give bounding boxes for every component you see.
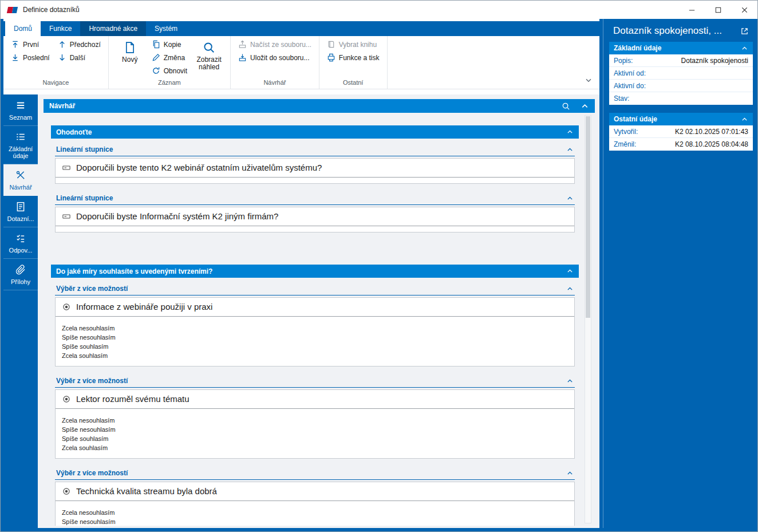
previous-record-button[interactable]: Předchozí (55, 39, 104, 50)
ribbon: První Poslední Předchozí (3, 36, 599, 89)
chevron-up-icon[interactable] (566, 146, 574, 153)
question-block: Lineární stupnice Doporučili byste Infor… (55, 192, 575, 232)
chevron-up-icon[interactable] (566, 267, 574, 275)
ribbon-group-zaznam: Nový Kopie Změna (109, 36, 231, 89)
question-type-label: Lineární stupnice (56, 145, 113, 153)
other-data-header[interactable]: Ostatní údaje (609, 113, 753, 125)
question-section-header[interactable]: Ohodnoťte (51, 125, 579, 139)
sidebar-item-prilohy[interactable]: Přílohy (3, 259, 38, 290)
scrollbar-thumb[interactable] (586, 116, 590, 318)
question-card[interactable]: Doporučili byste tento K2 webinář ostatn… (55, 158, 575, 184)
sidebar-item-dotaznik[interactable]: Dotazní... (3, 196, 38, 227)
question-text: Doporučili byste tento K2 webinář ostatn… (76, 163, 322, 172)
arrow-down-bar-icon (11, 53, 19, 62)
field-value: K2 08.10.2025 08:04:48 (675, 140, 748, 148)
question-text: Technická kvalita streamu byla dobrá (76, 486, 217, 496)
question-card[interactable]: Technická kvalita streamu byla dobrá Zce… (55, 482, 575, 526)
chevron-up-icon[interactable] (741, 45, 748, 52)
question-section-header[interactable]: Do jaké míry souhlasíte s uvedenými tvrz… (51, 265, 579, 278)
tab-system[interactable]: Systém (146, 21, 186, 36)
search-icon[interactable] (562, 102, 570, 111)
chevron-up-icon[interactable] (741, 116, 748, 123)
question-type-header[interactable]: Lineární stupnice (55, 143, 575, 156)
sidebar-item-navrhar[interactable]: Návrhář (3, 164, 38, 196)
close-button[interactable] (731, 1, 757, 19)
chevron-up-icon[interactable] (566, 377, 574, 385)
question-card[interactable]: Lektor rozuměl svému tématu Zcela nesouh… (55, 389, 575, 459)
designer-canvas: Ohodnoťte Lineární stupnice (44, 113, 595, 526)
functions-print-label: Funkce a tisk (339, 54, 380, 62)
designer-tools-icon (15, 170, 26, 180)
sidebar-item-odpovedi[interactable]: Odpov... (3, 227, 38, 259)
refresh-icon (152, 66, 160, 75)
chevron-up-icon[interactable] (566, 470, 574, 477)
tab-funkce[interactable]: Funkce (41, 21, 80, 36)
question-type-header[interactable]: Výběr z více možností (55, 282, 575, 295)
question-type-label: Lineární stupnice (56, 194, 113, 202)
detail-panel: Dotazník spokojenosti, ... Základní údaj… (607, 19, 755, 528)
field-value: Dotazník spokojenosti (681, 57, 748, 65)
show-preview-button[interactable]: Zobrazit náhled (192, 39, 226, 71)
question-type-label: Výběr z více možností (56, 377, 128, 385)
sidebar-item-seznam[interactable]: Seznam (3, 94, 38, 126)
chevron-up-icon[interactable] (581, 102, 589, 111)
chevron-up-icon[interactable] (566, 195, 574, 202)
workspace: Seznam Základní údaje Návrhář Dotazní... (3, 94, 599, 528)
field-row-zmenil[interactable]: Změnil: K2 08.10.2025 08:04:48 (609, 138, 753, 151)
chevron-up-icon[interactable] (566, 285, 574, 293)
app-icon (7, 6, 18, 14)
field-row-aktivni-od[interactable]: Aktivní od: (609, 67, 753, 80)
new-record-button[interactable]: Nový (113, 39, 147, 64)
question-card[interactable]: Doporučili byste Informační systém K2 ji… (55, 207, 575, 232)
other-data-box: Vytvořil: K2 02.10.2025 07:01:43 Změnil:… (609, 125, 753, 151)
previous-record-label: Předchozí (70, 41, 101, 49)
field-row-vytvoril[interactable]: Vytvořil: K2 02.10.2025 07:01:43 (609, 125, 753, 138)
sidebar-item-label: Základní údaje (5, 145, 37, 159)
question-type-header[interactable]: Výběr z více možností (55, 375, 575, 388)
field-row-popis[interactable]: Popis: Dotazník spokojenosti (609, 54, 753, 67)
next-record-label: Další (70, 54, 85, 62)
functions-print-button[interactable]: Funkce a tisk (324, 52, 382, 63)
minimize-button[interactable] (678, 1, 705, 19)
panel-divider[interactable] (599, 19, 607, 528)
question-type-header[interactable]: Výběr z více možností (55, 467, 575, 480)
sidebar-item-zakladni-udaje[interactable]: Základní údaje (3, 126, 38, 164)
vertical-scrollbar[interactable] (585, 115, 591, 523)
arrow-up-icon (58, 40, 66, 49)
document-icon (124, 41, 136, 54)
new-record-label: Nový (122, 56, 137, 64)
copy-button[interactable]: Kopie (149, 39, 190, 50)
open-in-window-icon[interactable] (740, 27, 749, 36)
left-column: Domů Funkce Hromadné akce Systém První (3, 19, 599, 528)
last-record-button[interactable]: Poslední (8, 52, 53, 63)
save-to-file-button[interactable]: Uložit do souboru... (235, 52, 314, 63)
change-button[interactable]: Změna (149, 52, 190, 63)
list-icon (15, 100, 26, 111)
question-card[interactable]: Informace z webináře použiji v praxi Zce… (55, 297, 575, 367)
book-icon (327, 40, 335, 49)
window-title: Definice dotazníků (23, 6, 80, 14)
arrow-up-bar-icon (11, 40, 19, 49)
ribbon-collapse-chevron-icon[interactable] (585, 76, 593, 84)
chevron-up-icon[interactable] (566, 128, 574, 136)
field-label: Popis: (614, 57, 633, 65)
save-to-file-label: Uložit do souboru... (250, 54, 309, 62)
ribbon-group-ostatni: Vybrat knihu Funkce a tisk Ostatní (319, 36, 388, 89)
field-label: Stav: (614, 94, 629, 103)
designer-panel: Návrhář Ohodnoťte (38, 94, 599, 528)
field-row-aktivni-do[interactable]: Aktivní do: (609, 80, 753, 92)
answer-option: Zcela nesouhlasím (62, 509, 568, 516)
question-type-header[interactable]: Lineární stupnice (55, 192, 575, 205)
refresh-button[interactable]: Obnovit (149, 65, 190, 76)
tab-domu[interactable]: Domů (5, 21, 41, 36)
load-file-icon (238, 40, 247, 49)
first-record-button[interactable]: První (8, 39, 53, 50)
basic-data-header[interactable]: Základní údaje (609, 42, 753, 54)
tab-hromadne-akce[interactable]: Hromadné akce (80, 21, 146, 36)
answer-option: Spíše nesouhlasím (62, 518, 568, 525)
next-record-button[interactable]: Další (55, 52, 104, 63)
other-data-title: Ostatní údaje (614, 115, 657, 123)
field-row-stav[interactable]: Stav: (609, 92, 753, 105)
question-block: Výběr z více možností Informace z webiná… (55, 282, 575, 367)
maximize-button[interactable] (705, 1, 731, 19)
